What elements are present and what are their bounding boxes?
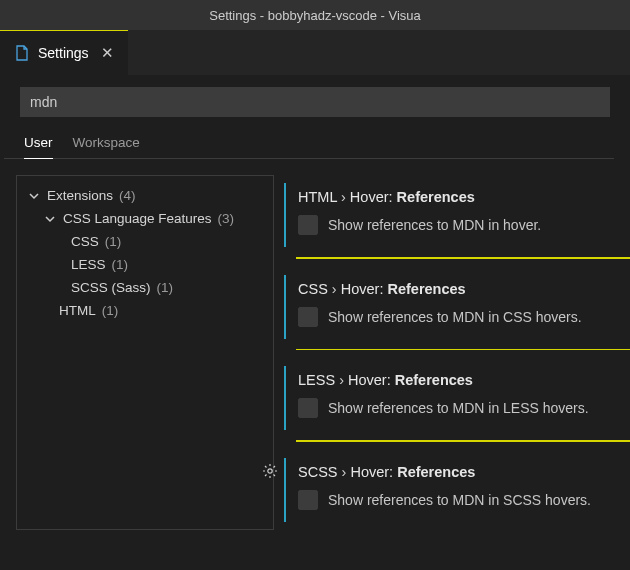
tab-bar: Settings ✕ (0, 30, 630, 75)
modified-divider (296, 257, 630, 259)
scope-tab-user[interactable]: User (24, 129, 53, 159)
settings-search-input[interactable] (20, 87, 610, 117)
tree-label: CSS (71, 234, 99, 249)
modified-divider (296, 349, 630, 351)
tree-count: (1) (102, 303, 119, 318)
tree-label: LESS (71, 257, 106, 272)
tree-count: (1) (105, 234, 122, 249)
settings-tree: Extensions (4) CSS Language Features (3)… (16, 175, 274, 530)
tree-label: SCSS (Sass) (71, 280, 151, 295)
settings-list: HTML › Hover: References Show references… (278, 175, 630, 530)
tree-count: (1) (157, 280, 174, 295)
chevron-down-icon (43, 212, 57, 226)
tree-css-language-features[interactable]: CSS Language Features (3) (21, 207, 269, 230)
tree-count: (4) (119, 188, 136, 203)
checkbox[interactable] (298, 490, 318, 510)
close-icon[interactable]: ✕ (101, 44, 114, 62)
setting-description: Show references to MDN in LESS hovers. (328, 400, 589, 416)
setting-description: Show references to MDN in SCSS hovers. (328, 492, 591, 508)
chevron-down-icon (27, 189, 41, 203)
setting-title: CSS › Hover: References (298, 281, 630, 297)
tree-count: (1) (112, 257, 129, 272)
scope-tab-workspace[interactable]: Workspace (73, 129, 140, 158)
tree-scss[interactable]: SCSS (Sass) (1) (21, 276, 269, 299)
gear-icon[interactable] (262, 463, 278, 479)
setting-description: Show references to MDN in CSS hovers. (328, 309, 582, 325)
tab-label: Settings (38, 45, 89, 61)
tree-extensions[interactable]: Extensions (4) (21, 184, 269, 207)
window-title: Settings - bobbyhadz-vscode - Visua (209, 8, 421, 23)
setting-title: LESS › Hover: References (298, 372, 630, 388)
tab-settings[interactable]: Settings ✕ (0, 30, 128, 75)
tree-label: CSS Language Features (63, 211, 212, 226)
checkbox[interactable] (298, 398, 318, 418)
search-row (0, 75, 630, 125)
setting-html-hover-references: HTML › Hover: References Show references… (284, 183, 630, 259)
tree-label: HTML (59, 303, 96, 318)
tree-html[interactable]: HTML (1) (21, 299, 269, 322)
modified-divider (296, 440, 630, 442)
checkbox[interactable] (298, 307, 318, 327)
setting-title: HTML › Hover: References (298, 189, 630, 205)
tree-less[interactable]: LESS (1) (21, 253, 269, 276)
setting-css-hover-references: CSS › Hover: References Show references … (284, 275, 630, 351)
main-area: Extensions (4) CSS Language Features (3)… (0, 159, 630, 530)
scope-tabs: User Workspace (4, 125, 614, 159)
settings-file-icon (14, 45, 30, 61)
setting-title: SCSS › Hover: References (298, 464, 630, 480)
svg-point-0 (268, 468, 272, 472)
setting-scss-hover-references: SCSS › Hover: References Show references… (284, 458, 630, 522)
tree-label: Extensions (47, 188, 113, 203)
tree-css[interactable]: CSS (1) (21, 230, 269, 253)
setting-less-hover-references: LESS › Hover: References Show references… (284, 366, 630, 442)
title-bar: Settings - bobbyhadz-vscode - Visua (0, 0, 630, 30)
setting-description: Show references to MDN in hover. (328, 217, 541, 233)
checkbox[interactable] (298, 215, 318, 235)
tree-count: (3) (218, 211, 235, 226)
